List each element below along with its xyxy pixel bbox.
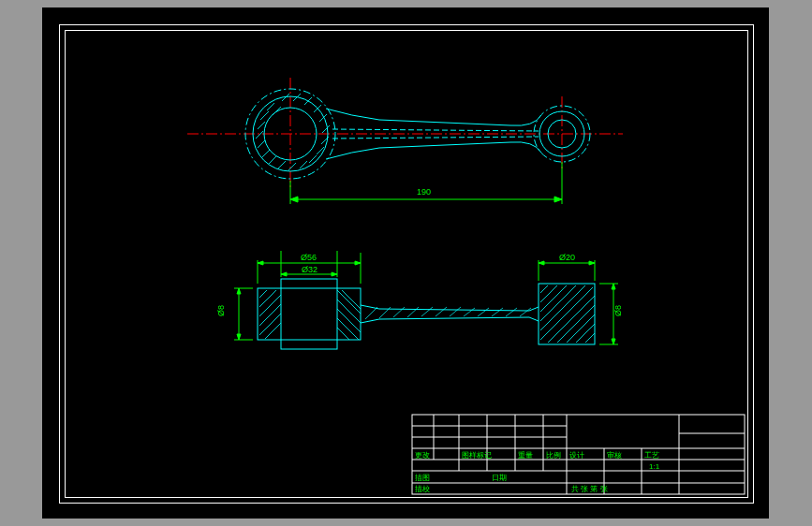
- svg-line-71: [520, 308, 531, 316]
- dim-20: Ø20: [559, 253, 575, 262]
- tb-r1c1: 更改: [415, 451, 430, 460]
- svg-line-65: [436, 307, 447, 316]
- svg-line-39: [259, 290, 276, 307]
- svg-line-42: [337, 290, 361, 314]
- dim-h-right: Ø8: [613, 305, 623, 316]
- svg-line-54: [540, 285, 548, 293]
- svg-line-7: [273, 107, 281, 115]
- svg-line-62: [393, 307, 405, 317]
- svg-line-47: [342, 290, 361, 309]
- svg-line-58: [576, 324, 595, 343]
- svg-line-66: [450, 307, 461, 316]
- svg-line-41: [265, 323, 281, 339]
- svg-line-8: [260, 111, 269, 120]
- svg-line-12: [262, 150, 270, 157]
- tb-r2c1: 设计: [569, 451, 584, 460]
- svg-line-29: [332, 129, 539, 131]
- svg-line-18: [317, 147, 324, 154]
- tb-scale: 1:1: [649, 462, 660, 471]
- tb-r4c2: 共 张 第 张: [571, 485, 608, 493]
- drawing-svg: 190: [42, 7, 769, 519]
- svg-line-63: [407, 307, 419, 317]
- dim-length: [290, 162, 562, 204]
- svg-line-60: [365, 307, 377, 319]
- svg-line-50: [540, 285, 585, 330]
- svg-line-69: [492, 308, 503, 316]
- tb-r4c1: 描校: [415, 485, 430, 493]
- svg-line-56: [557, 305, 595, 343]
- svg-rect-35: [281, 279, 337, 349]
- svg-line-46: [337, 328, 349, 340]
- svg-line-15: [288, 163, 296, 170]
- svg-line-43: [337, 300, 361, 323]
- tb-r1c3: 重量: [518, 451, 533, 460]
- svg-line-37: [259, 304, 281, 326]
- svg-line-13: [269, 156, 276, 164]
- svg-line-68: [478, 308, 489, 316]
- dim-32: Ø32: [302, 265, 317, 274]
- svg-line-64: [421, 307, 433, 316]
- svg-line-53: [540, 285, 557, 302]
- svg-line-14: [278, 161, 286, 168]
- svg-line-11: [258, 140, 265, 148]
- drawing-canvas[interactable]: 190: [42, 7, 769, 519]
- svg-line-40: [259, 290, 267, 298]
- svg-line-20: [322, 125, 330, 133]
- cad-viewport: 190: [0, 0, 812, 526]
- svg-line-51: [540, 285, 576, 321]
- svg-line-23: [304, 97, 312, 105]
- svg-line-9: [258, 122, 265, 129]
- svg-line-67: [464, 308, 475, 316]
- svg-line-30: [332, 137, 539, 139]
- svg-rect-34: [258, 288, 361, 340]
- svg-line-10: [256, 131, 263, 139]
- svg-line-45: [337, 318, 359, 340]
- dim-56: Ø56: [301, 253, 317, 262]
- tb-r3c2: 日期: [492, 474, 507, 482]
- tb-r2c3: 工艺: [644, 451, 659, 460]
- dim-h-left: Ø8: [216, 305, 226, 316]
- tb-r1c2: 图样标记: [462, 451, 492, 460]
- svg-line-44: [337, 309, 361, 332]
- dim-length-value: 190: [417, 187, 431, 197]
- svg-line-36: [259, 314, 281, 335]
- svg-line-55: [548, 296, 595, 343]
- svg-line-38: [259, 295, 281, 316]
- tb-r1c4: 比例: [546, 451, 561, 460]
- tb-r3c1: 描图: [415, 474, 430, 482]
- svg-line-70: [506, 308, 517, 316]
- section-view: Ø56 Ø32 Ø20 Ø8 Ø8: [216, 251, 623, 349]
- svg-line-59: [585, 333, 595, 343]
- title-block: 更改 图样标记 重量 比例 设计 审核 工艺 1:1 描图 日期 描校 共 张 …: [412, 415, 745, 494]
- tb-r2c2: 审核: [607, 451, 622, 460]
